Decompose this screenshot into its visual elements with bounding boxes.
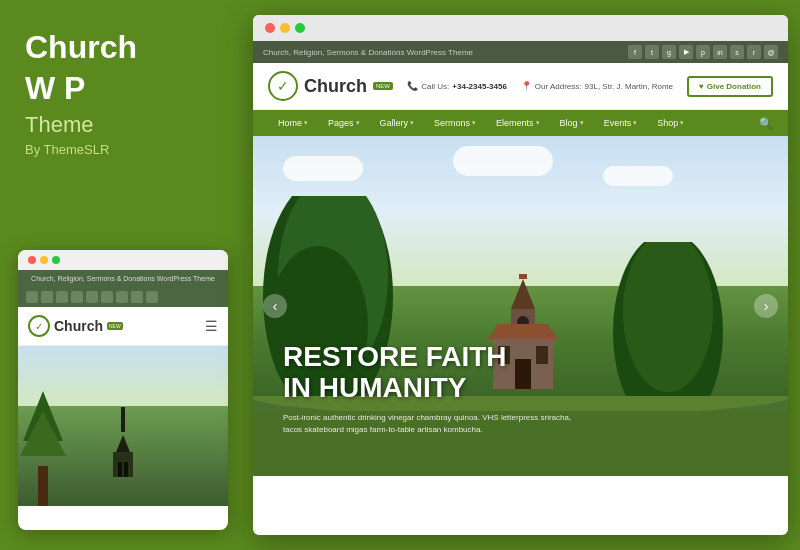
address-label: Our Address:	[535, 82, 582, 91]
svg-rect-7	[124, 462, 128, 477]
nav-shop[interactable]: Shop ▾	[647, 110, 694, 136]
mobile-yt-icon	[71, 291, 83, 303]
mobile-preview: Church, Religion, Sermons & Donations Wo…	[18, 250, 228, 530]
svg-rect-0	[38, 466, 48, 506]
nav-bar: Home ▾ Pages ▾ Gallery ▾ Sermons ▾ Eleme…	[253, 110, 788, 136]
mobile-yellow-dot	[40, 256, 48, 264]
mobile-logo-badge: NEW	[107, 322, 123, 330]
nav-gallery-chevron: ▾	[410, 119, 414, 127]
hero-section: ‹ › RESTORE FAITH IN HUMANITY Post-ironi…	[253, 136, 788, 476]
mobile-hero-image	[18, 346, 228, 506]
nav-events-chevron: ▾	[633, 119, 637, 127]
nav-shop-chevron: ▾	[680, 119, 684, 127]
title-line2: W P	[25, 71, 223, 106]
mobile-top-bar: Church, Religion, Sermons & Donations Wo…	[18, 270, 228, 287]
nav-elements-label: Elements	[496, 118, 534, 128]
mobile-green-dot	[52, 256, 60, 264]
nav-pages[interactable]: Pages ▾	[318, 110, 370, 136]
rss-icon[interactable]: r	[747, 45, 761, 59]
nav-pages-chevron: ▾	[356, 119, 360, 127]
mobile-header: ✓ Church NEW ☰	[18, 307, 228, 346]
nav-gallery-label: Gallery	[380, 118, 409, 128]
hero-text-overlay: RESTORE FAITH IN HUMANITY Post-ironic au…	[283, 342, 758, 436]
donate-label: Give Donation	[707, 82, 761, 91]
mobile-church	[108, 407, 138, 491]
nav-home[interactable]: Home ▾	[268, 110, 318, 136]
nav-pages-label: Pages	[328, 118, 354, 128]
mobile-pin-icon	[86, 291, 98, 303]
mobile-tw-icon	[41, 291, 53, 303]
nav-home-chevron: ▾	[304, 119, 308, 127]
browser-red-dot	[265, 23, 275, 33]
mobile-social-bar	[18, 287, 228, 307]
nav-events[interactable]: Events ▾	[594, 110, 648, 136]
nav-items: Home ▾ Pages ▾ Gallery ▾ Sermons ▾ Eleme…	[268, 110, 694, 136]
mobile-rss-icon	[131, 291, 143, 303]
logo-badge: NEW	[373, 82, 393, 90]
address-text: 93L, Str. J. Martin, Rome	[585, 82, 673, 91]
theme-subtitle: Theme	[25, 112, 223, 138]
nav-gallery[interactable]: Gallery ▾	[370, 110, 425, 136]
svg-marker-22	[488, 324, 558, 339]
nav-search-icon[interactable]: 🔍	[759, 117, 773, 130]
nav-sermons[interactable]: Sermons ▾	[424, 110, 486, 136]
phone-icon: 📞	[407, 81, 418, 91]
hero-heading-line1: RESTORE FAITH	[283, 342, 758, 373]
gplus-icon[interactable]: g	[662, 45, 676, 59]
hero-heading-line2: IN HUMANITY	[283, 373, 758, 404]
pin-icon[interactable]: p	[696, 45, 710, 59]
nav-sermons-chevron: ▾	[472, 119, 476, 127]
svg-marker-4	[116, 435, 130, 452]
mobile-red-dot	[28, 256, 36, 264]
header-contact: 📞 Call Us: +34-2345-3456 📍 Our Address: …	[407, 76, 773, 97]
browser-traffic-lights	[253, 15, 788, 41]
tw-icon[interactable]: t	[645, 45, 659, 59]
mobile-sk-icon	[116, 291, 128, 303]
phone-item: 📞 Call Us: +34-2345-3456	[407, 81, 507, 91]
svg-rect-17	[519, 274, 527, 279]
mobile-menu-icon[interactable]: ☰	[205, 318, 218, 334]
browser-window: Church, Religion, Sermons & Donations Wo…	[253, 15, 788, 535]
nav-shop-label: Shop	[657, 118, 678, 128]
mobile-li-icon	[101, 291, 113, 303]
mobile-traffic-lights	[18, 250, 228, 270]
li-icon[interactable]: in	[713, 45, 727, 59]
browser-yellow-dot	[280, 23, 290, 33]
theme-title: Church W P Theme By ThemeSLR	[25, 30, 223, 157]
mobile-fb-icon	[26, 291, 38, 303]
hero-subtext: Post-ironic authentic drinking vinegar c…	[283, 412, 583, 436]
svg-rect-6	[118, 462, 122, 477]
env-icon[interactable]: @	[764, 45, 778, 59]
heart-icon: ♥	[699, 82, 704, 91]
title-line1: Church	[25, 30, 223, 65]
fb-icon[interactable]: f	[628, 45, 642, 59]
svg-rect-3	[121, 407, 125, 432]
slider-prev-button[interactable]: ‹	[263, 294, 287, 318]
nav-events-label: Events	[604, 118, 632, 128]
yt-icon[interactable]: ▶	[679, 45, 693, 59]
nav-sermons-label: Sermons	[434, 118, 470, 128]
sk-icon[interactable]: s	[730, 45, 744, 59]
mobile-logo: ✓ Church NEW	[28, 315, 123, 337]
nav-blog-label: Blog	[560, 118, 578, 128]
donate-button[interactable]: ♥ Give Donation	[687, 76, 773, 97]
phone-number: +34-2345-3456	[452, 82, 507, 91]
nav-elements[interactable]: Elements ▾	[486, 110, 550, 136]
mobile-logo-icon: ✓	[28, 315, 50, 337]
nav-elements-chevron: ▾	[536, 119, 540, 127]
mobile-tree-left	[18, 386, 68, 506]
mobile-env-icon	[146, 291, 158, 303]
logo-text: Church	[304, 76, 367, 97]
info-bar: Church, Religion, Sermons & Donations Wo…	[253, 41, 788, 63]
info-bar-text: Church, Religion, Sermons & Donations Wo…	[263, 48, 473, 57]
site-header: ✓ Church NEW 📞 Call Us: +34-2345-3456 📍 …	[253, 63, 788, 110]
slider-next-button[interactable]: ›	[754, 294, 778, 318]
social-icons-row: f t g ▶ p in s r @	[628, 45, 778, 59]
svg-rect-5	[113, 452, 133, 477]
logo-icon: ✓	[268, 71, 298, 101]
left-panel: Church W P Theme By ThemeSLR Church, Rel…	[0, 0, 248, 550]
nav-blog[interactable]: Blog ▾	[550, 110, 594, 136]
by-line: By ThemeSLR	[25, 142, 223, 157]
nav-home-label: Home	[278, 118, 302, 128]
site-logo: ✓ Church NEW	[268, 71, 393, 101]
